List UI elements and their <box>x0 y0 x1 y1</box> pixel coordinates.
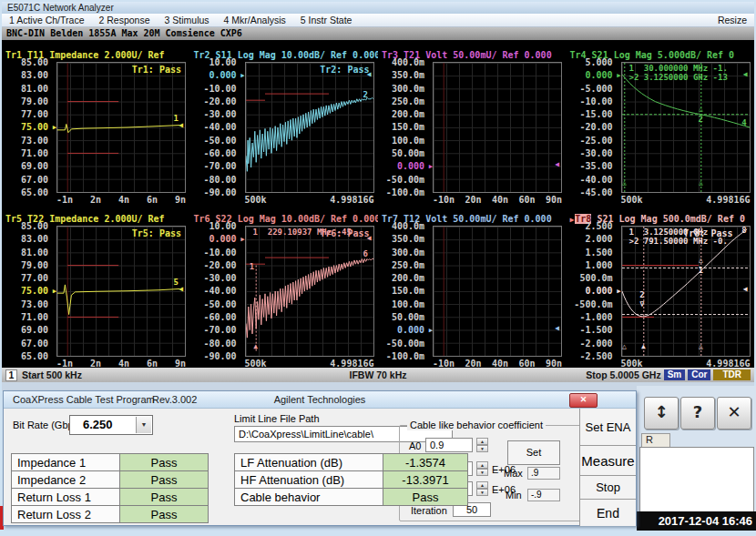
chevron-down-icon[interactable]: ▼ <box>136 417 151 433</box>
tr5-trace-svg <box>57 227 185 356</box>
y-tick-label: -30.00 <box>190 110 245 118</box>
menu-active-ch-trace[interactable]: 1 Active Ch/Trace <box>9 15 84 25</box>
dialog-close-button[interactable]: ✕ <box>569 393 598 408</box>
y-tick-label: 77.00 <box>2 274 56 282</box>
menu-stimulus[interactable]: 3 Stimulus <box>165 15 209 25</box>
y-tick-label: -80.00 <box>190 176 245 184</box>
close-app-button[interactable]: ✕ <box>717 397 751 430</box>
spin-up-icon[interactable]: ▲ <box>476 481 488 489</box>
y-tick-label: -50.00m <box>378 176 433 184</box>
ref-level-arrow-icon: ◀ <box>743 286 748 293</box>
marker-number: 6 <box>363 250 367 258</box>
y-tick-label: 71.00 <box>2 149 56 157</box>
menu-response[interactable]: 2 Response <box>98 15 149 25</box>
a0-spinner[interactable]: ▲ ▼ <box>476 438 488 452</box>
y-tick-label: 0.000 <box>190 71 245 79</box>
spin-down-icon[interactable]: ▼ <box>476 489 488 496</box>
window-title: E5071C Network Analyzer <box>2 2 754 14</box>
y-tick-label: 81.00 <box>2 85 56 93</box>
move-resize-button[interactable]: ↕ <box>644 397 679 430</box>
help-button[interactable]: ? <box>680 397 715 430</box>
menu-instr-state[interactable]: 5 Instr State <box>301 15 352 25</box>
y-tick-label: 85.00 <box>2 58 56 66</box>
y-tick-label: 0.000 <box>190 235 245 243</box>
y-tick-label: -90.00 <box>190 188 245 197</box>
x-tick-label: 4.99816G <box>706 195 750 205</box>
max-value-box[interactable]: .9 <box>527 467 560 480</box>
tr2-trace-svg <box>246 63 373 192</box>
y-tick-label: -20.00 <box>567 123 621 131</box>
tr4-plot-area: 1 30.000000 MHz -1. >2 3.1250000 GHz -13… <box>621 62 751 193</box>
tr2-x-axis: 500k4.99816G <box>245 193 374 205</box>
y-tick-label: 150.0m <box>378 123 433 131</box>
spin-down-icon[interactable]: ▼ <box>476 469 488 476</box>
y-tick-label: -50.00 <box>190 300 245 308</box>
y-tick-label: -90.00 <box>190 352 245 360</box>
ref-level-arrow-icon: ◀ <box>179 122 183 129</box>
stop-button[interactable]: Stop <box>580 476 636 500</box>
a1-spinner[interactable]: ▲ ▼ <box>476 461 488 476</box>
bit-rate-dropdown[interactable]: 6.250 ▼ <box>69 415 153 435</box>
spin-down-icon[interactable]: ▼ <box>476 445 488 452</box>
measure-button[interactable]: Measure <box>580 446 636 476</box>
table-row: Return Loss 2Pass <box>12 506 209 523</box>
y-tick-label: 0.000 <box>567 71 621 79</box>
white-panel <box>639 447 754 513</box>
y-tick-label: 73.00 <box>2 137 56 145</box>
y-tick-label: -5.000 <box>567 85 621 93</box>
y-tick-label: 350.0m <box>378 71 433 79</box>
table-row: Impedance 2Pass <box>12 471 209 489</box>
y-tick-label: -70.00 <box>190 326 245 334</box>
min-value-box[interactable]: -.9 <box>527 489 560 501</box>
spin-up-icon[interactable]: ▲ <box>476 438 488 445</box>
marker-number: 1 <box>250 263 254 270</box>
y-tick-label: 69.00 <box>2 326 56 334</box>
set-button[interactable]: Set <box>507 440 560 465</box>
y-tick-label: 300.0m <box>378 85 433 93</box>
y-tick-label: -10.00 <box>190 85 245 93</box>
tr6-y-axis: 10.000.000-10.00-20.00-30.00-40.00-50.00… <box>190 222 245 360</box>
y-tick-label: 81.00 <box>2 248 56 257</box>
y-tick-label: -1.500 <box>567 326 621 334</box>
y-tick-label: 67.00 <box>2 339 56 348</box>
spin-up-icon[interactable]: ▲ <box>476 461 488 469</box>
y-tick-label: 75.00 <box>2 287 56 295</box>
marker-number: 2 <box>363 91 367 98</box>
a2-spinner[interactable]: ▲ ▼ <box>476 481 488 496</box>
y-tick-label: 5.000 <box>567 58 621 66</box>
y-tick-label: -20.00 <box>190 97 245 106</box>
tdr-tab-partial[interactable]: R <box>641 433 670 447</box>
y-tick-label: 250.0m <box>378 97 433 106</box>
tr6-trace-svg <box>246 227 373 356</box>
plot-tr5: 85.0083.0081.0079.0077.0075.0073.0071.00… <box>2 226 190 369</box>
menu-resize[interactable]: Resize <box>718 15 747 25</box>
end-button[interactable]: End <box>580 500 636 526</box>
y-tick-label: -60.00 <box>190 313 245 321</box>
ref-level-arrow-icon: ◀ <box>555 325 559 332</box>
marker-triangle-icon: △ <box>622 179 627 187</box>
y-tick-label: 300.0m <box>378 248 433 257</box>
close-icon: ✕ <box>580 395 587 404</box>
y-tick-label: 50.00m <box>378 149 433 157</box>
tr2-pass-label: Tr2: Pass <box>320 65 369 75</box>
stop-frequency: Stop 5.0005 GHz <box>586 369 660 380</box>
menu-mkr-analysis[interactable]: 4 Mkr/Analysis <box>224 15 286 25</box>
y-tick-label: -100.0m <box>378 352 433 360</box>
marker-triangle-icon: △ <box>699 257 703 264</box>
x-tick-label: -10n <box>433 195 455 205</box>
plot-tr6: 10.000.000-10.00-20.00-30.00-40.00-50.00… <box>190 226 379 369</box>
y-tick-label: 0.000 <box>567 287 621 295</box>
y-tick-label: 500.0m <box>567 274 621 282</box>
y-tick-label: -30.00 <box>567 149 621 157</box>
y-tick-label: 1.000 <box>567 261 621 269</box>
coaxpress-dialog: CoaXPress Cable Test Program Rev.3.002 A… <box>3 390 637 526</box>
y-tick-label: 73.00 <box>2 300 56 308</box>
a0-input[interactable] <box>425 438 473 452</box>
dialog-title-bar[interactable]: CoaXPress Cable Test Program Rev.3.002 A… <box>4 391 636 409</box>
y-tick-label: -100.0m <box>378 188 433 197</box>
analyzer-screen: BNC-DIN Belden 1855A Max 20M Comsience C… <box>2 27 754 382</box>
set-ena-button[interactable]: Set ENA <box>580 409 636 446</box>
y-tick-label: 400.0m <box>378 58 433 66</box>
y-tick-label: 200.0m <box>378 274 433 282</box>
x-tick-label: 500k <box>245 195 267 205</box>
